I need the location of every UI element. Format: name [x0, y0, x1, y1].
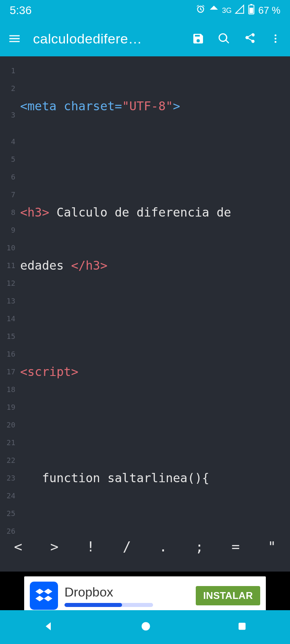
app-title: calculodedifere…: [33, 31, 180, 47]
home-icon[interactable]: [140, 621, 151, 634]
save-icon[interactable]: [191, 31, 205, 46]
svg-point-3: [275, 35, 277, 37]
wifi-icon: [209, 4, 219, 17]
sym-gt[interactable]: >: [36, 539, 72, 555]
svg-rect-1: [251, 4, 253, 5]
line-gutter: 1 2 3 4 5 6 7 8 9 10 11 12 13 14 15 16 1…: [0, 62, 18, 535]
app-bar: calculodedifere…: [0, 21, 290, 56]
code-editor[interactable]: 1 2 3 4 5 6 7 8 9 10 11 12 13 14 15 16 1…: [0, 56, 290, 535]
signal-icon: [235, 4, 244, 17]
system-nav-bar: [0, 610, 290, 644]
ad-body: Dropbox: [64, 585, 189, 607]
install-button[interactable]: INSTALAR: [196, 586, 260, 605]
status-right: 3G 67 %: [195, 4, 280, 17]
status-time: 5:36: [10, 4, 32, 17]
status-bar: 5:36 3G 67 %: [0, 0, 290, 21]
svg-point-6: [142, 622, 150, 631]
back-icon[interactable]: [43, 620, 55, 634]
battery-icon: [248, 4, 255, 17]
ad-banner[interactable]: Dropbox INSTALAR: [24, 576, 266, 615]
svg-rect-2: [250, 8, 253, 13]
dropbox-icon: [30, 582, 58, 610]
ad-progress: [64, 603, 153, 607]
search-icon[interactable]: [217, 31, 231, 46]
sym-bang[interactable]: !: [72, 539, 109, 555]
sym-quote[interactable]: ": [254, 539, 290, 555]
sym-eq[interactable]: =: [218, 539, 254, 555]
recent-icon[interactable]: [237, 621, 247, 633]
alarm-icon: [195, 4, 206, 17]
symbol-toolbar: < > ! / . ; = ": [0, 535, 290, 559]
sym-slash[interactable]: /: [109, 539, 145, 555]
battery-pct: 67 %: [258, 5, 280, 16]
more-icon[interactable]: [268, 31, 283, 46]
sym-lt[interactable]: <: [0, 539, 36, 555]
sym-dot[interactable]: .: [145, 539, 181, 555]
menu-icon[interactable]: [7, 31, 22, 46]
share-icon[interactable]: [242, 31, 257, 46]
svg-point-4: [275, 38, 277, 40]
svg-rect-7: [238, 623, 245, 630]
code-area[interactable]: <meta charset="UTF-8"> <h3> Calculo de d…: [18, 62, 290, 535]
sym-semi[interactable]: ;: [181, 539, 218, 555]
network-label: 3G: [222, 6, 232, 15]
svg-point-5: [275, 41, 277, 43]
ad-title: Dropbox: [64, 585, 189, 600]
